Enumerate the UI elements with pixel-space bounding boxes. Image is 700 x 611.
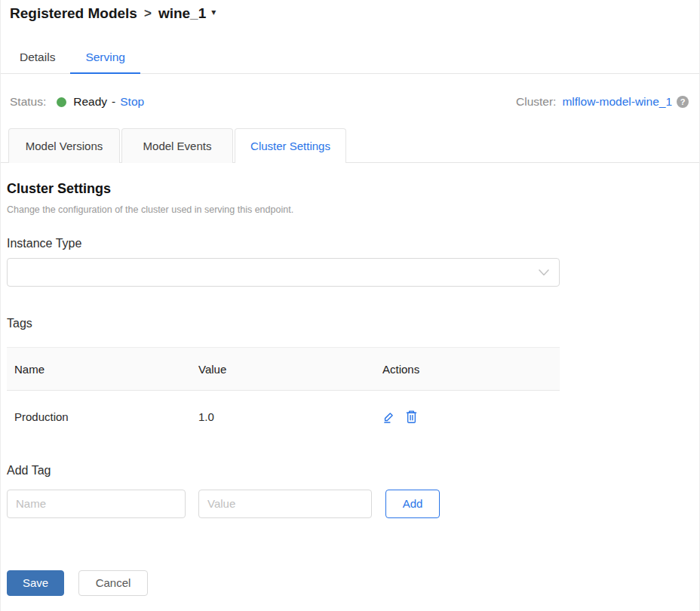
instance-type-label: Instance Type <box>7 237 689 250</box>
column-header-value: Value <box>191 348 375 391</box>
column-header-actions: Actions <box>375 348 560 391</box>
model-name-dropdown[interactable]: wine_1 ▾ <box>158 5 216 22</box>
tab-details[interactable]: Details <box>5 41 70 73</box>
tags-heading: Tags <box>7 317 689 330</box>
status-separator: - <box>112 95 115 109</box>
tag-name-cell: Production <box>7 391 191 443</box>
sub-tab-cluster-settings[interactable]: Cluster Settings <box>235 128 346 163</box>
edit-tag-icon[interactable] <box>382 410 395 423</box>
chevron-down-icon <box>539 269 549 276</box>
add-tag-heading: Add Tag <box>7 464 689 477</box>
tab-serving[interactable]: Serving <box>70 41 140 73</box>
breadcrumb-separator-icon: > <box>144 6 152 21</box>
stop-link[interactable]: Stop <box>120 95 144 109</box>
add-tag-form: Add <box>7 490 689 518</box>
tab-serving-label: Serving <box>85 51 125 63</box>
breadcrumb-root[interactable]: Registered Models <box>10 5 137 22</box>
cluster-label: Cluster: <box>516 95 556 109</box>
delete-tag-icon[interactable] <box>405 410 418 423</box>
cluster-link[interactable]: mlflow-model-wine_1 <box>562 95 672 109</box>
panel-heading: Cluster Settings <box>7 181 689 197</box>
tags-table: Name Value Actions Production 1.0 <box>7 347 560 443</box>
caret-down-icon: ▾ <box>211 7 216 17</box>
tag-value-input[interactable] <box>198 490 372 518</box>
page-header: Registered Models > wine_1 ▾ <box>1 0 699 22</box>
sub-tab-cluster-settings-label: Cluster Settings <box>250 140 330 152</box>
instance-type-select[interactable] <box>7 258 560 287</box>
breadcrumb: Registered Models > wine_1 ▾ <box>10 5 689 22</box>
sub-tabs: Model Versions Model Events Cluster Sett… <box>1 128 699 163</box>
status-label: Status: <box>10 95 46 109</box>
page-container: Registered Models > wine_1 ▾ Details Ser… <box>0 0 700 611</box>
cluster-settings-panel: Cluster Settings Change the configuratio… <box>1 181 699 518</box>
add-tag-button[interactable]: Add <box>385 490 440 518</box>
sub-tab-model-versions-label: Model Versions <box>26 140 103 152</box>
sub-tab-model-versions[interactable]: Model Versions <box>8 128 120 163</box>
top-tabs: Details Serving <box>1 41 699 74</box>
model-name: wine_1 <box>158 5 206 22</box>
tag-value-cell: 1.0 <box>191 391 375 443</box>
sub-tab-model-events-label: Model Events <box>143 140 212 152</box>
cancel-button[interactable]: Cancel <box>78 570 148 596</box>
tags-table-header-row: Name Value Actions <box>7 348 560 391</box>
table-row: Production 1.0 <box>7 391 560 443</box>
tab-details-label: Details <box>20 51 55 63</box>
column-header-name: Name <box>7 348 191 391</box>
tag-actions <box>382 410 560 423</box>
status-ready-dot-icon <box>57 97 66 107</box>
footer-actions: Save Cancel <box>1 570 699 596</box>
panel-description: Change the configuration of the cluster … <box>7 204 689 215</box>
sub-tab-model-events[interactable]: Model Events <box>121 128 233 163</box>
status-row: Status: Ready - Stop Cluster: mlflow-mod… <box>1 94 699 110</box>
status-group: Status: Ready - Stop <box>10 95 144 109</box>
status-value: Ready <box>73 95 107 109</box>
cluster-group: Cluster: mlflow-model-wine_1 ? <box>516 95 689 109</box>
help-icon[interactable]: ? <box>677 96 689 108</box>
save-button[interactable]: Save <box>7 570 64 596</box>
tag-name-input[interactable] <box>7 490 186 518</box>
